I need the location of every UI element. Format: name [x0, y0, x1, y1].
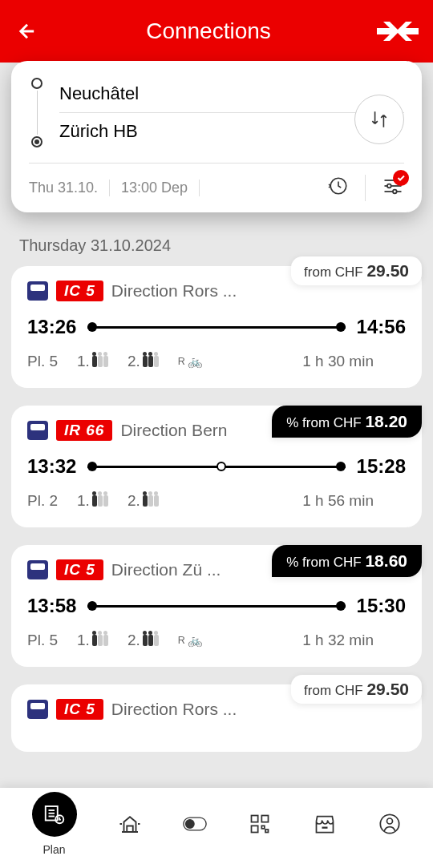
arrival-time: 15:30 [357, 595, 406, 617]
connection-times: 13:32 15:28 [27, 455, 406, 478]
direction-text: Direction Zü ... [111, 560, 221, 579]
bike-icon: R🚲 [178, 354, 203, 369]
profile-icon [378, 812, 402, 836]
direction-text: Direction Rors ... [111, 281, 237, 301]
nav-profile[interactable] [378, 812, 402, 836]
price-badge: from CHF 29.50 [291, 675, 422, 704]
svg-point-20 [386, 818, 392, 824]
direction-text: Direction Bern [120, 421, 227, 440]
history-button[interactable] [312, 176, 365, 200]
app-header: Connections [0, 0, 433, 63]
toggle-icon [183, 812, 207, 836]
timeline-icon [87, 466, 345, 468]
class2-occupancy: 2. [127, 353, 159, 370]
train-icon [27, 421, 48, 440]
class1-occupancy: 1. [77, 492, 108, 510]
nav-station[interactable] [118, 812, 142, 836]
connection-meta: Pl. 5 1. 2. R🚲 1 h 32 min [27, 632, 406, 649]
connection-meta: Pl. 5 1. 2. R🚲 1 h 30 min [27, 353, 406, 370]
bottom-nav: Plan [0, 788, 433, 868]
sbb-logo-icon [377, 20, 419, 42]
arrival-time: 14:56 [357, 316, 406, 338]
direction-text: Direction Rors ... [111, 700, 237, 719]
swap-button[interactable] [354, 95, 404, 144]
duration-text: 1 h 32 min [302, 632, 374, 649]
connection-list: from CHF 29.50 IC 5 Direction Rors ... 1… [0, 266, 433, 752]
station-icon [118, 812, 142, 836]
arrival-time: 15:28 [357, 455, 406, 478]
class1-occupancy: 1. [77, 353, 108, 370]
search-card: Neuchâtel Zürich HB Thu 31.10. 13:00 Dep [11, 61, 422, 212]
connection-card[interactable]: % from CHF 18.60 IC 5 Direction Zü ... 1… [11, 545, 422, 667]
back-button[interactable] [14, 18, 40, 44]
duration-text: 1 h 56 min [302, 492, 374, 510]
svg-point-13 [185, 820, 194, 829]
svg-rect-14 [251, 816, 257, 822]
price-badge: from CHF 29.50 [291, 256, 422, 285]
svg-rect-15 [261, 816, 268, 822]
svg-point-4 [387, 184, 391, 188]
train-icon [27, 281, 48, 301]
departure-time: 13:32 [27, 455, 76, 478]
nav-plan-label: Plan [42, 843, 65, 856]
from-field[interactable]: Neuchâtel [59, 75, 404, 113]
line-badge: IC 5 [56, 281, 103, 301]
duration-text: 1 h 30 min [302, 353, 374, 370]
route-fields: Neuchâtel Zürich HB [59, 75, 404, 150]
filter-button[interactable] [365, 175, 404, 201]
svg-rect-16 [251, 826, 257, 832]
class2-occupancy: 2. [127, 632, 159, 649]
to-field[interactable]: Zürich HB [59, 113, 404, 150]
connection-card[interactable]: from CHF 29.50 IC 5 Direction Rors ... 1… [11, 266, 422, 388]
timeline-icon [87, 326, 345, 329]
departure-time: 13:26 [27, 316, 76, 338]
bike-icon: R🚲 [178, 633, 203, 648]
departure-time: 13:58 [27, 595, 76, 617]
date-option[interactable]: Thu 31.10. [29, 180, 110, 196]
timeline-icon [87, 605, 345, 608]
route-line-icon [29, 78, 45, 147]
svg-rect-17 [261, 826, 265, 829]
train-icon [27, 700, 48, 719]
class2-occupancy: 2. [127, 492, 159, 510]
nav-toggle[interactable] [183, 812, 207, 836]
platform-text: Pl. 2 [27, 492, 58, 510]
class1-occupancy: 1. [77, 632, 108, 649]
price-badge-discount: % from CHF 18.60 [272, 545, 422, 577]
connection-times: 13:58 15:30 [27, 595, 406, 617]
connection-card[interactable]: % from CHF 18.20 IR 66 Direction Bern 13… [11, 406, 422, 527]
route-row: Neuchâtel Zürich HB [29, 75, 404, 150]
connection-card[interactable]: from CHF 29.50 IC 5 Direction Rors ... [11, 684, 422, 752]
time-option[interactable]: 13:00 Dep [110, 180, 200, 196]
platform-text: Pl. 5 [27, 353, 58, 370]
nav-plan[interactable]: Plan [32, 792, 77, 856]
train-icon [27, 560, 48, 579]
svg-rect-18 [265, 830, 269, 833]
nav-shop[interactable] [313, 812, 337, 836]
connection-meta: Pl. 2 1. 2. 1 h 56 min [27, 492, 406, 510]
nav-qr[interactable] [248, 812, 272, 836]
connection-times: 13:26 14:56 [27, 316, 406, 338]
shop-icon [313, 812, 337, 836]
svg-point-6 [393, 190, 397, 194]
search-options: Thu 31.10. 13:00 Dep [29, 163, 404, 201]
page-title: Connections [146, 18, 271, 44]
line-badge: IC 5 [56, 699, 103, 720]
plan-icon [32, 792, 77, 837]
qr-icon [248, 812, 272, 836]
platform-text: Pl. 5 [27, 632, 58, 649]
price-badge-discount: % from CHF 18.20 [272, 406, 422, 438]
line-badge: IC 5 [56, 559, 103, 580]
filter-active-badge [393, 170, 409, 186]
line-badge: IR 66 [56, 420, 112, 441]
